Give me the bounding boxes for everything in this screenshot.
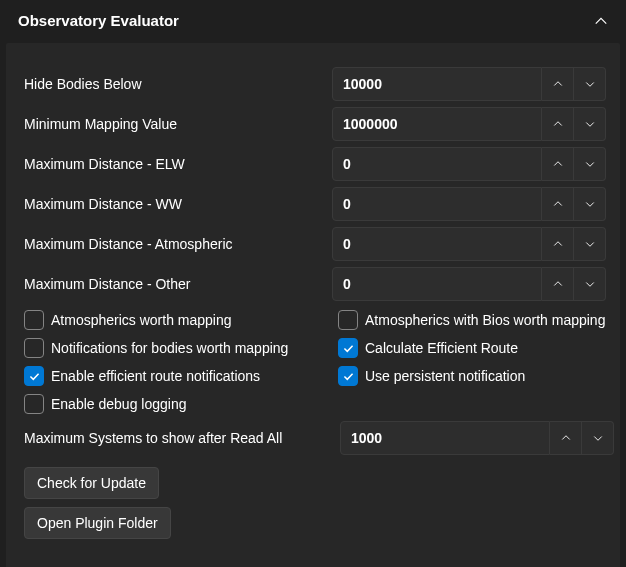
checkbox-label: Enable efficient route notifications xyxy=(51,368,260,384)
chevron-down-icon[interactable] xyxy=(574,107,606,141)
check-update-button[interactable]: Check for Update xyxy=(24,467,159,499)
input-min-mapping[interactable] xyxy=(332,107,542,141)
input-max-atm[interactable] xyxy=(332,227,542,261)
chevron-up-icon[interactable] xyxy=(542,267,574,301)
panel-title: Observatory Evaluator xyxy=(18,12,179,29)
chevron-down-icon[interactable] xyxy=(574,67,606,101)
panel-body: Hide Bodies Below Minimum Mapping Value … xyxy=(6,43,620,567)
row-max-ww: Maximum Distance - WW xyxy=(24,187,602,221)
row-debug-log: Enable debug logging xyxy=(24,391,602,417)
spinner-max-elw xyxy=(332,147,606,181)
chevron-down-icon[interactable] xyxy=(574,227,606,261)
checkbox-icon[interactable] xyxy=(24,338,44,358)
chevron-down-icon[interactable] xyxy=(574,267,606,301)
checkbox-label: Use persistent notification xyxy=(365,368,525,384)
chevron-down-icon[interactable] xyxy=(574,147,606,181)
panel-header[interactable]: Observatory Evaluator xyxy=(0,0,626,43)
input-max-elw[interactable] xyxy=(332,147,542,181)
row-hide-bodies: Hide Bodies Below xyxy=(24,67,602,101)
row-max-systems: Maximum Systems to show after Read All xyxy=(24,421,602,455)
checkbox-label: Enable debug logging xyxy=(51,396,186,412)
chevron-up-icon[interactable] xyxy=(542,227,574,261)
input-hide-bodies[interactable] xyxy=(332,67,542,101)
checkbox-atm-bios[interactable]: Atmospherics with Bios worth mapping xyxy=(338,310,605,330)
checkbox-persist-notif[interactable]: Use persistent notification xyxy=(338,366,602,386)
row-max-other: Maximum Distance - Other xyxy=(24,267,602,301)
chevron-up-icon[interactable] xyxy=(542,107,574,141)
checkbox-debug-log[interactable]: Enable debug logging xyxy=(24,394,338,414)
row-max-atm: Maximum Distance - Atmospheric xyxy=(24,227,602,261)
row-enable-route-notif: Enable efficient route notifications Use… xyxy=(24,363,602,389)
label-max-systems: Maximum Systems to show after Read All xyxy=(24,430,340,446)
checkbox-icon[interactable] xyxy=(338,338,358,358)
evaluator-panel: Observatory Evaluator Hide Bodies Below … xyxy=(0,0,626,567)
checkbox-icon[interactable] xyxy=(338,366,358,386)
input-max-other[interactable] xyxy=(332,267,542,301)
chevron-up-icon[interactable] xyxy=(594,14,608,28)
spinner-max-other xyxy=(332,267,606,301)
chevron-up-icon[interactable] xyxy=(550,421,582,455)
spinner-max-atm xyxy=(332,227,606,261)
checkbox-notif-bodies[interactable]: Notifications for bodies worth mapping xyxy=(24,338,338,358)
spinner-max-systems xyxy=(340,421,614,455)
row-min-mapping: Minimum Mapping Value xyxy=(24,107,602,141)
label-max-other: Maximum Distance - Other xyxy=(24,276,332,292)
checkbox-label: Atmospherics worth mapping xyxy=(51,312,232,328)
row-atm-worth: Atmospherics worth mapping Atmospherics … xyxy=(24,307,602,333)
label-hide-bodies: Hide Bodies Below xyxy=(24,76,332,92)
row-max-elw: Maximum Distance - ELW xyxy=(24,147,602,181)
input-max-ww[interactable] xyxy=(332,187,542,221)
open-folder-button[interactable]: Open Plugin Folder xyxy=(24,507,171,539)
checkbox-icon[interactable] xyxy=(24,394,44,414)
spinner-min-mapping xyxy=(332,107,606,141)
checkbox-label: Atmospherics with Bios worth mapping xyxy=(365,312,605,328)
row-notif-bodies: Notifications for bodies worth mapping C… xyxy=(24,335,602,361)
label-max-ww: Maximum Distance - WW xyxy=(24,196,332,212)
checkbox-label: Notifications for bodies worth mapping xyxy=(51,340,288,356)
chevron-down-icon[interactable] xyxy=(574,187,606,221)
checkbox-icon[interactable] xyxy=(24,310,44,330)
chevron-up-icon[interactable] xyxy=(542,147,574,181)
checkbox-icon[interactable] xyxy=(24,366,44,386)
checkbox-label: Calculate Efficient Route xyxy=(365,340,518,356)
buttons-row: Check for Update Open Plugin Folder xyxy=(24,467,602,547)
label-min-mapping: Minimum Mapping Value xyxy=(24,116,332,132)
input-max-systems[interactable] xyxy=(340,421,550,455)
spinner-hide-bodies xyxy=(332,67,606,101)
checkbox-calc-route[interactable]: Calculate Efficient Route xyxy=(338,338,602,358)
label-max-atm: Maximum Distance - Atmospheric xyxy=(24,236,332,252)
label-max-elw: Maximum Distance - ELW xyxy=(24,156,332,172)
checkbox-icon[interactable] xyxy=(338,310,358,330)
spinner-max-ww xyxy=(332,187,606,221)
checkbox-atm-worth[interactable]: Atmospherics worth mapping xyxy=(24,310,338,330)
chevron-up-icon[interactable] xyxy=(542,67,574,101)
checkbox-enable-route-notif[interactable]: Enable efficient route notifications xyxy=(24,366,338,386)
chevron-down-icon[interactable] xyxy=(582,421,614,455)
chevron-up-icon[interactable] xyxy=(542,187,574,221)
